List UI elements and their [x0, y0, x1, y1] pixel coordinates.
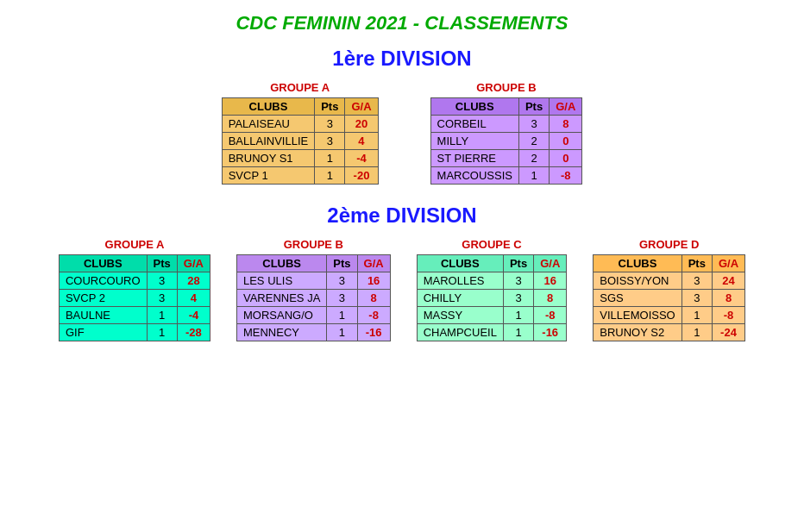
table-row: CORBEIL	[430, 116, 518, 133]
table-row: 28	[177, 272, 210, 290]
division1-group-a: GROUPE A CLUBS Pts G/A PALAISEAU 3 20 BA…	[222, 81, 379, 185]
table-row: 3	[682, 290, 712, 307]
table-row: VILLEMOISSO	[594, 307, 682, 324]
table-row: 1	[682, 307, 712, 324]
table-row: 2	[518, 150, 549, 167]
table-row: 1	[682, 324, 712, 341]
table-row: VARENNES JA	[236, 290, 326, 307]
table-row: 1	[518, 167, 549, 185]
main-title: CDC FEMININ 2021 - CLASSEMENTS	[17, 12, 787, 34]
table-row: 4	[345, 133, 378, 150]
table-row: CHILLY	[417, 290, 503, 307]
table-row: CHAMPCUEIL	[417, 324, 503, 341]
table-row: 1	[315, 167, 345, 185]
division2-groupd-label: GROUPE D	[593, 238, 745, 251]
division2-groupa-table: CLUBS Pts G/A COURCOURO 3 28 SVCP 2 3 4 …	[59, 254, 210, 341]
division2-groupa-label: GROUPE A	[59, 238, 210, 251]
table-row: BALLAINVILLIE	[222, 133, 315, 150]
table-row: -8	[357, 307, 390, 324]
table-row: 8	[712, 290, 744, 307]
division1-groupa-label: GROUPE A	[222, 81, 379, 94]
table-row: 3	[518, 116, 549, 133]
table-row: 1	[327, 307, 357, 324]
table-row: BAULNE	[59, 307, 147, 324]
division2-group-b: GROUPE B CLUBS Pts G/A LES ULIS 3 16 VAR…	[236, 238, 391, 341]
table-row: 3	[327, 272, 357, 290]
division2-group-a: GROUPE A CLUBS Pts G/A COURCOURO 3 28 SV…	[59, 238, 210, 341]
division2-group-c: GROUPE C CLUBS Pts G/A MAROLLES 3 16 CHI…	[417, 238, 568, 341]
division1-title: 1ère DIVISION	[17, 47, 787, 71]
table-row: 4	[177, 290, 210, 307]
table-row: LES ULIS	[236, 272, 326, 290]
div2d-col-ga: G/A	[712, 255, 744, 272]
table-row: MORSANG/O	[236, 307, 326, 324]
table-row: -24	[712, 324, 744, 341]
table-row: 1	[327, 324, 357, 341]
table-row: MENNECY	[236, 324, 326, 341]
table-row: 3	[147, 290, 177, 307]
division1-groupa-table: CLUBS Pts G/A PALAISEAU 3 20 BALLAINVILL…	[222, 97, 379, 185]
table-row: 1	[503, 324, 533, 341]
table-row: SVCP 2	[59, 290, 147, 307]
table-row: BRUNOY S1	[222, 150, 315, 167]
table-row: 16	[534, 272, 567, 290]
table-row: MARCOUSSIS	[430, 167, 518, 185]
table-row: 3	[315, 133, 345, 150]
table-row: PALAISEAU	[222, 116, 315, 133]
div2b-col-pts: Pts	[327, 255, 357, 272]
table-row: -8	[550, 167, 582, 185]
table-row: 3	[503, 290, 533, 307]
div1b-col-ga: G/A	[550, 98, 582, 116]
div1a-col-ga: G/A	[345, 98, 378, 116]
table-row: MASSY	[417, 307, 503, 324]
table-row: 1	[315, 150, 345, 167]
div1a-col-pts: Pts	[315, 98, 345, 116]
division2-groupb-table: CLUBS Pts G/A LES ULIS 3 16 VARENNES JA …	[236, 254, 391, 341]
table-row: 2	[518, 133, 549, 150]
div1b-col-pts: Pts	[518, 98, 549, 116]
table-row: -16	[357, 324, 390, 341]
table-row: 1	[503, 307, 533, 324]
div2c-col-clubs: CLUBS	[417, 255, 503, 272]
table-row: 3	[327, 290, 357, 307]
table-row: 3	[682, 272, 712, 290]
table-row: 8	[534, 290, 567, 307]
table-row: -28	[177, 324, 210, 341]
table-row: 0	[550, 150, 582, 167]
div2b-col-ga: G/A	[357, 255, 390, 272]
division1-groups: GROUPE A CLUBS Pts G/A PALAISEAU 3 20 BA…	[17, 81, 787, 185]
div2a-col-ga: G/A	[177, 255, 210, 272]
division2-group-d: GROUPE D CLUBS Pts G/A BOISSY/YON 3 24 S…	[593, 238, 745, 341]
table-row: SVCP 1	[222, 167, 315, 185]
div2d-col-clubs: CLUBS	[594, 255, 682, 272]
div2d-col-pts: Pts	[682, 255, 712, 272]
table-row: 0	[550, 133, 582, 150]
div2a-col-pts: Pts	[147, 255, 177, 272]
table-row: BOISSY/YON	[594, 272, 682, 290]
table-row: -8	[534, 307, 567, 324]
division2-groups: GROUPE A CLUBS Pts G/A COURCOURO 3 28 SV…	[17, 238, 787, 341]
table-row: 16	[357, 272, 390, 290]
table-row: -20	[345, 167, 378, 185]
table-row: 20	[345, 116, 378, 133]
div2a-col-clubs: CLUBS	[59, 255, 147, 272]
div1a-col-clubs: CLUBS	[222, 98, 315, 116]
division2-groupb-label: GROUPE B	[236, 238, 391, 251]
table-row: ST PIERRE	[430, 150, 518, 167]
table-row: MAROLLES	[417, 272, 503, 290]
table-row: 24	[712, 272, 744, 290]
division1-groupb-label: GROUPE B	[430, 81, 583, 94]
table-row: 3	[503, 272, 533, 290]
division1-groupb-table: CLUBS Pts G/A CORBEIL 3 8 MILLY 2 0 ST P…	[430, 97, 583, 185]
table-row: SGS	[594, 290, 682, 307]
division2-title: 2ème DIVISION	[17, 203, 787, 228]
table-row: 8	[550, 116, 582, 133]
table-row: MILLY	[430, 133, 518, 150]
division1-group-b: GROUPE B CLUBS Pts G/A CORBEIL 3 8 MILLY…	[430, 81, 583, 185]
division2-groupd-table: CLUBS Pts G/A BOISSY/YON 3 24 SGS 3 8 VI…	[593, 254, 745, 341]
table-row: 3	[315, 116, 345, 133]
table-row: -8	[712, 307, 744, 324]
table-row: GIF	[59, 324, 147, 341]
table-row: -4	[177, 307, 210, 324]
table-row: 1	[147, 307, 177, 324]
